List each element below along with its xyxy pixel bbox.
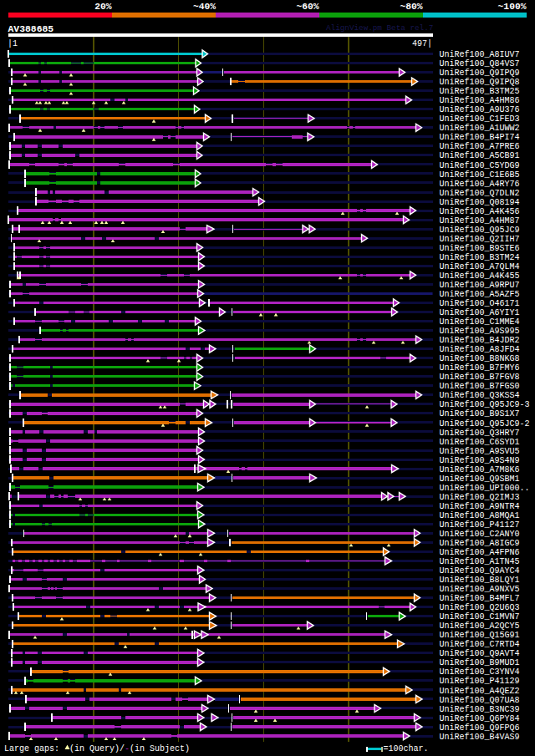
svg-text:20%: 20% <box>94 2 112 12</box>
svg-text:UniRef100_Q9IPQ9: UniRef100_Q9IPQ9 <box>440 68 520 78</box>
svg-text:UniRef100_Q3HRY7: UniRef100_Q3HRY7 <box>440 429 520 438</box>
svg-text:UniRef100_A8IGC9: UniRef100_A8IGC9 <box>440 539 520 548</box>
svg-text:UniRef100_C5YDG9: UniRef100_C5YDG9 <box>440 161 520 170</box>
svg-text:UniRef100_A4K455: UniRef100_A4K455 <box>440 271 520 281</box>
svg-text:UniRef100_C1E6B5: UniRef100_C1E6B5 <box>440 170 520 180</box>
svg-text:UniRef100_A1UWW2: UniRef100_A1UWW2 <box>440 124 520 133</box>
svg-text:UniRef100_B3TM24: UniRef100_B3TM24 <box>440 253 520 262</box>
svg-text:UniRef100_Q15G91: UniRef100_Q15G91 <box>440 631 520 640</box>
svg-text:UniRef100_C6SYD1: UniRef100_C6SYD1 <box>440 438 520 447</box>
svg-text:UniRef100_Q9AYC4: UniRef100_Q9AYC4 <box>440 566 520 576</box>
svg-text:UniRef100_A6YIY1: UniRef100_A6YIY1 <box>440 308 520 317</box>
svg-text:UniRef100_B7FMY6: UniRef100_B7FMY6 <box>440 363 520 373</box>
svg-text:UniRef100_Q2IMJ3: UniRef100_Q2IMJ3 <box>440 493 520 502</box>
svg-text:497|: 497| <box>412 39 432 48</box>
svg-text:UniRef100_Q9AVT4: UniRef100_Q9AVT4 <box>440 649 520 658</box>
svg-text:UniRef100_A4HM86: UniRef100_A4HM86 <box>440 96 520 105</box>
svg-text:UniRef100_Q95JC9: UniRef100_Q95JC9 <box>440 226 520 235</box>
svg-text:UniRef100_A9U376: UniRef100_A9U376 <box>440 105 520 114</box>
svg-text:UniRef100_C2ANY0: UniRef100_C2ANY0 <box>440 530 520 539</box>
svg-text:UniRef100_A8JFD4: UniRef100_A8JFD4 <box>440 345 520 354</box>
svg-text:AlignView.pm Beta rel.7: AlignView.pm Beta rel.7 <box>326 23 433 33</box>
svg-text:UniRef100_A9NTR4: UniRef100_A9NTR4 <box>440 502 520 511</box>
svg-text:UniRef100_Q07UA8: UniRef100_Q07UA8 <box>440 696 520 705</box>
svg-text:~40%: ~40% <box>193 2 216 12</box>
svg-text:UniRef100_B8LQY1: UniRef100_B8LQY1 <box>440 576 520 585</box>
svg-text:UniRef100_B4VAS9: UniRef100_B4VAS9 <box>440 733 520 742</box>
svg-text:UniRef100_B7FGS0: UniRef100_B7FGS0 <box>440 382 520 391</box>
svg-text:UniRef100_C1MME4: UniRef100_C1MME4 <box>440 317 520 327</box>
svg-text:UniRef100_C3YNV4: UniRef100_C3YNV4 <box>440 667 520 677</box>
svg-text:~80%: ~80% <box>400 2 422 12</box>
svg-text:UniRef100_A9NXV5: UniRef100_A9NXV5 <box>440 585 520 594</box>
svg-text:UniRef100_Q3KSS4: UniRef100_Q3KSS4 <box>440 391 520 400</box>
svg-text:~60%: ~60% <box>296 2 318 12</box>
svg-text:UniRef100_A7QLM4: UniRef100_A7QLM4 <box>440 262 520 271</box>
svg-text:UniRef100_Q9IPQ8: UniRef100_Q9IPQ8 <box>440 78 520 87</box>
svg-text:UniRef100_A4HM87: UniRef100_A4HM87 <box>440 216 520 226</box>
svg-text:UniRef100_A9S4N9: UniRef100_A9S4N9 <box>440 456 520 465</box>
svg-text:UniRef100_C1MVN7: UniRef100_C1MVN7 <box>440 612 520 622</box>
svg-text:UniRef100_B4JDR2: UniRef100_B4JDR2 <box>440 336 520 345</box>
svg-text:UniRef100_A7M8K6: UniRef100_A7M8K6 <box>440 465 520 474</box>
svg-text:UniRef100_A4QEZ2: UniRef100_A4QEZ2 <box>440 687 520 696</box>
svg-text:UniRef100_A4FPN6: UniRef100_A4FPN6 <box>440 548 520 557</box>
svg-text:UniRef100_B4PI74: UniRef100_B4PI74 <box>440 133 520 142</box>
svg-text:UniRef100_A9RPU7: UniRef100_A9RPU7 <box>440 281 520 290</box>
svg-text:UniRef100_O46171: UniRef100_O46171 <box>440 299 520 308</box>
svg-text:UniRef100_A8MQA1: UniRef100_A8MQA1 <box>440 511 520 520</box>
svg-text:UniRef100_A8IUV7: UniRef100_A8IUV7 <box>440 50 520 59</box>
svg-text:UniRef100_Q9FPQ6: UniRef100_Q9FPQ6 <box>440 723 520 733</box>
svg-text:UniRef100_A9SVU5: UniRef100_A9SVU5 <box>440 447 520 456</box>
svg-text:UniRef100_Q7DLN2: UniRef100_Q7DLN2 <box>440 189 520 198</box>
svg-text:UniRef100_A9S995: UniRef100_A9S995 <box>440 327 520 336</box>
svg-text:UniRef100_B9STE6: UniRef100_B9STE6 <box>440 244 520 253</box>
svg-text:UniRef100_A5CB91: UniRef100_A5CB91 <box>440 151 520 160</box>
svg-text:UniRef100_Q6PY84: UniRef100_Q6PY84 <box>440 714 520 723</box>
svg-text:UniRef100_Q2U6Q3: UniRef100_Q2U6Q3 <box>440 603 520 612</box>
svg-text:UniRef100_A2QCY5: UniRef100_A2QCY5 <box>440 622 520 631</box>
svg-text:~100%: ~100% <box>498 2 527 12</box>
svg-text:UniRef100_B7FGV8: UniRef100_B7FGV8 <box>440 373 520 382</box>
svg-text:UniRef100_C7RTD4: UniRef100_C7RTD4 <box>440 640 520 649</box>
svg-text:UniRef100_B9S1X7: UniRef100_B9S1X7 <box>440 409 520 419</box>
svg-text:|1: |1 <box>8 39 18 48</box>
svg-text:AV388685: AV388685 <box>8 24 54 34</box>
svg-text:UniRef100_B3TM25: UniRef100_B3TM25 <box>440 87 520 96</box>
svg-text:UniRef100_P41129: UniRef100_P41129 <box>440 677 520 686</box>
svg-text:UniRef100_P41127: UniRef100_P41127 <box>440 520 520 530</box>
svg-text:UniRef100_B4MFL7: UniRef100_B4MFL7 <box>440 594 520 603</box>
svg-text:UniRef100_A4RY76: UniRef100_A4RY76 <box>440 180 520 189</box>
svg-text:(in Subject): (in Subject) <box>130 744 190 753</box>
svg-text:UniRef100_A1TN45: UniRef100_A1TN45 <box>440 557 520 566</box>
svg-text:UniRef100_A7PRE6: UniRef100_A7PRE6 <box>440 142 520 151</box>
svg-text:UniRef100_B9MUD1: UniRef100_B9MUD1 <box>440 658 520 667</box>
svg-text:(in Query)/: (in Query)/ <box>69 744 125 753</box>
svg-text:Large gaps:: Large gaps: <box>4 744 59 753</box>
svg-text:UniRef100_Q2IIH7: UniRef100_Q2IIH7 <box>440 235 520 244</box>
svg-text:UniRef100_A5AZF5: UniRef100_A5AZF5 <box>440 290 520 299</box>
svg-text:UniRef100_B8NKG8: UniRef100_B8NKG8 <box>440 354 520 363</box>
svg-text:UniRef100_Q95JC9-3: UniRef100_Q95JC9-3 <box>440 400 530 409</box>
svg-text:UniRef100_Q95JC9-2: UniRef100_Q95JC9-2 <box>440 419 530 429</box>
svg-text:=100char.: =100char. <box>384 744 429 753</box>
svg-text:UniRef100_B3NC39: UniRef100_B3NC39 <box>440 705 520 714</box>
svg-text:UniRef100_Q84VS7: UniRef100_Q84VS7 <box>440 59 520 68</box>
svg-text:UniRef100_A4K456: UniRef100_A4K456 <box>440 207 520 216</box>
svg-text:UniRef100_UPI000..: UniRef100_UPI000.. <box>440 484 530 493</box>
svg-text:UniRef100_C1FED3: UniRef100_C1FED3 <box>440 114 520 124</box>
svg-text:UniRef100_Q08194: UniRef100_Q08194 <box>440 198 520 207</box>
svg-text:UniRef100_Q9SBM1: UniRef100_Q9SBM1 <box>440 474 520 484</box>
